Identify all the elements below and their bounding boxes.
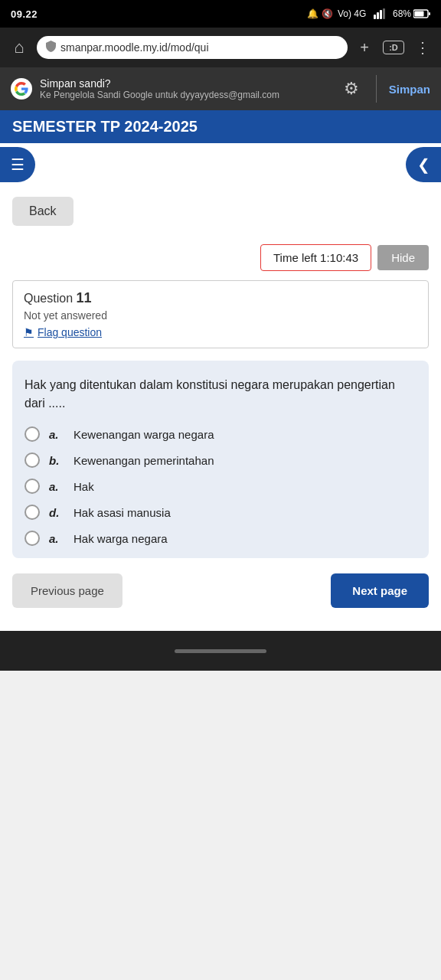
option-item-e[interactable]: a. Hak warga negara [24, 531, 416, 546]
previous-page-button[interactable]: Previous page [12, 573, 122, 608]
signal-bars-icon [374, 8, 386, 19]
options-list: a. Kewenangan warga negara b. Kewenangan… [24, 426, 416, 546]
option-text-b: Kewenangan pemerintahan [74, 454, 416, 467]
status-right: 🔔 🔇 Vo) 4G 68% [307, 8, 430, 19]
svg-rect-1 [377, 12, 379, 19]
question-status: Not yet answered [24, 309, 417, 322]
svg-rect-2 [380, 10, 382, 19]
option-radio-c[interactable] [24, 479, 40, 494]
option-label-c: a. [49, 480, 64, 493]
flag-icon: ⚑ [24, 326, 34, 338]
browser-actions: + :D ⋮ [354, 38, 433, 57]
svg-rect-3 [383, 8, 385, 19]
option-item-d[interactable]: d. Hak asasi manusia [24, 505, 416, 520]
menu-icon[interactable]: ⋮ [412, 38, 433, 57]
timer-display: Time left 1:10:43 [260, 244, 371, 271]
bottom-bar [0, 631, 441, 671]
back-button[interactable]: Back [12, 197, 74, 226]
option-item-b[interactable]: b. Kewenangan pemerintahan [24, 452, 416, 468]
svg-rect-0 [374, 15, 376, 19]
save-divider [376, 75, 377, 103]
page-title: SEMESTER TP 2024-2025 [12, 118, 198, 135]
option-label-a: a. [49, 428, 64, 441]
option-item-a[interactable]: a. Kewenangan warga negara [24, 426, 416, 442]
menu-nav-button[interactable]: ☰ [0, 147, 35, 182]
battery-text: 68% [393, 8, 411, 19]
svg-rect-6 [415, 11, 424, 17]
option-radio-e[interactable] [24, 531, 40, 546]
save-password-subtitle: Ke Pengelola Sandi Google untuk dyyayyde… [40, 90, 332, 100]
option-text-d: Hak asasi manusia [74, 506, 416, 519]
security-icon [46, 41, 56, 54]
save-button[interactable]: Simpan [389, 83, 430, 96]
next-page-button[interactable]: Next page [331, 573, 429, 608]
add-tab-icon[interactable]: + [354, 39, 375, 57]
bottom-nav: Previous page Next page [12, 573, 429, 608]
back-nav-button[interactable]: ❮ [406, 147, 441, 182]
save-password-text: Simpan sandi? Ke Pengelola Sandi Google … [40, 77, 332, 100]
timer-row: Time left 1:10:43 Hide [12, 244, 429, 271]
option-radio-b[interactable] [24, 452, 40, 468]
save-password-title: Simpan sandi? [40, 77, 332, 90]
flag-question-link[interactable]: ⚑ Flag question [24, 326, 417, 338]
save-password-banner: Simpan sandi? Ke Pengelola Sandi Google … [0, 67, 441, 110]
main-content: Back Time left 1:10:43 Hide Question 11 … [0, 186, 441, 631]
option-text-e: Hak warga negara [74, 532, 416, 545]
option-text-a: Kewenangan warga negara [74, 428, 416, 441]
option-label-e: a. [49, 532, 64, 545]
signal-text: Vo) 4G [338, 8, 366, 19]
question-number-value: 11 [77, 290, 92, 305]
scroll-indicator [175, 649, 266, 653]
chevron-left-icon: ❮ [417, 155, 430, 174]
option-radio-d[interactable] [24, 505, 40, 520]
flag-question-label: Flag question [38, 326, 102, 338]
question-text: Hak yang ditentukan dalam konstitusi neg… [24, 376, 416, 413]
home-icon[interactable]: ⌂ [8, 38, 31, 57]
hide-timer-button[interactable]: Hide [377, 245, 429, 270]
status-icons: 🔔 🔇 Vo) 4G 68% [307, 8, 430, 19]
status-time: 09.22 [11, 8, 38, 20]
question-number: Question 11 [24, 290, 417, 306]
menu-nav-icon: ☰ [11, 155, 24, 174]
page-header: SEMESTER TP 2024-2025 [0, 110, 441, 143]
question-info-box: Question 11 Not yet answered ⚑ Flag ques… [12, 280, 429, 348]
option-label-b: b. [49, 454, 64, 467]
tabs-icon[interactable]: :D [383, 41, 404, 54]
option-radio-a[interactable] [24, 426, 40, 442]
url-text: smanpar.moodle.my.id/mod/qui [60, 41, 338, 54]
url-box[interactable]: smanpar.moodle.my.id/mod/qui [37, 36, 348, 59]
svg-rect-5 [429, 12, 430, 15]
option-item-c[interactable]: a. Hak [24, 479, 416, 494]
status-bar: 09.22 🔔 🔇 Vo) 4G 68% [0, 0, 441, 28]
option-label-d: d. [49, 506, 64, 519]
browser-bar: ⌂ smanpar.moodle.my.id/mod/qui + :D ⋮ [0, 28, 441, 67]
question-card: Hak yang ditentukan dalam konstitusi neg… [12, 361, 429, 558]
gear-icon[interactable]: ⚙ [344, 79, 359, 99]
nav-row: ☰ ❮ [0, 143, 441, 186]
battery-icon [413, 9, 430, 18]
google-icon [11, 78, 32, 100]
option-text-c: Hak [74, 480, 416, 493]
